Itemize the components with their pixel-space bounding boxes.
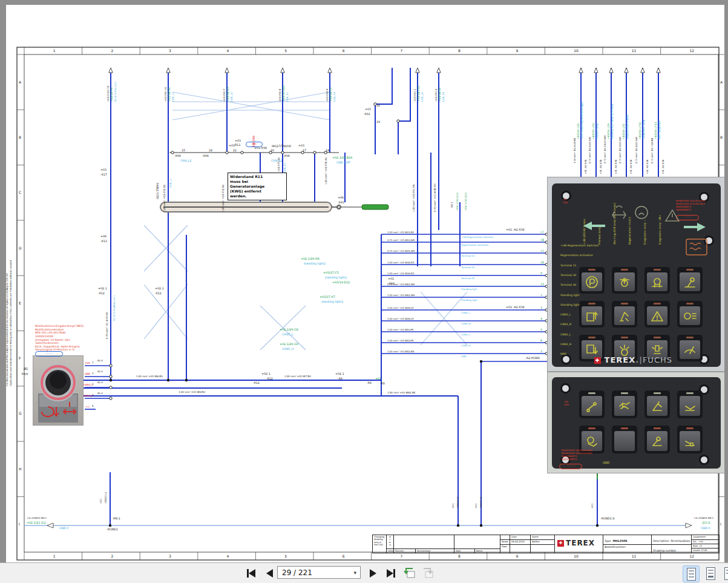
- keypad-button-blank: [612, 426, 637, 453]
- svg-text:17: 17: [303, 149, 306, 152]
- svg-text:-X13: -X13: [100, 240, 107, 243]
- svg-text:-B1:X: -B1:X: [97, 381, 103, 384]
- svg-text:1,00 mm² +01-W7,BU: 1,00 mm² +01-W7,BU: [284, 375, 311, 378]
- svg-text:A: A: [19, 80, 22, 84]
- svg-text:3: 3: [92, 383, 94, 386]
- margin-copyright-line2: Duplication and announcement to third pa…: [9, 260, 12, 386]
- svg-text:-XGND1: -XGND1: [107, 528, 118, 531]
- svg-text:+03/16.C3: +03/16.C3: [329, 87, 332, 102]
- svg-text:+03: +03: [100, 168, 107, 171]
- svg-text:5: 5: [284, 554, 287, 558]
- svg-text:6: 6: [540, 339, 542, 342]
- svg-text:GND: GND: [461, 355, 467, 358]
- terex-wordmark: TEREX: [566, 539, 595, 548]
- panel-gnd-label: GND: [603, 461, 609, 464]
- svg-text:-XGND1:b: -XGND1:b: [479, 496, 482, 509]
- svg-text:CAN3_H: CAN3_H: [461, 322, 470, 325]
- svg-text:1: 1: [540, 294, 542, 297]
- svg-text:0,75 mm² +01-W48,RD: 0,75 mm² +01-W48,RD: [433, 183, 436, 212]
- svg-text:Diagnostic lamp: Diagnostic lamp: [642, 119, 645, 139]
- svg-text:3: 3: [169, 554, 171, 558]
- svg-text:+02.1: +02.1: [261, 372, 271, 375]
- svg-text:Terminal 15: Terminal 15: [461, 254, 475, 257]
- history-back-icon[interactable]: [403, 567, 416, 579]
- svg-text:12: 12: [540, 283, 544, 286]
- tb-revision: Revision: [393, 548, 415, 553]
- tb-revisionstext: Revisionstext: [415, 548, 454, 553]
- svg-text:4: 4: [227, 554, 229, 558]
- svg-text:2: 2: [111, 554, 113, 558]
- svg-text:+02.1: +02.1: [335, 372, 344, 375]
- svg-text:-X12: -X12: [155, 292, 162, 295]
- next-page-button[interactable]: [365, 565, 381, 580]
- svg-text:+UB Diode keyboard backlight: +UB Diode keyboard backlight: [580, 102, 583, 139]
- svg-text:GND:0: GND:0: [59, 527, 69, 530]
- page-number-box[interactable]: 29 / 221 ▾: [277, 566, 361, 579]
- first-page-button[interactable]: [243, 565, 259, 580]
- tb-changing: Changing drawing only in the CAD: [373, 535, 386, 553]
- view-facing-pages-icon[interactable]: [703, 565, 718, 581]
- svg-text:I: I: [19, 522, 20, 526]
- svg-text:+04.1/18.LC12: +04.1/18.LC12: [456, 192, 459, 211]
- tb-type-value: MHL350E: [612, 539, 627, 542]
- svg-text:+01 -A2:X38: +01 -A2:X38: [599, 159, 602, 174]
- svg-text:1,00 mm² +01-W04,PK: 1,00 mm² +01-W04,PK: [387, 328, 414, 331]
- tb-gepr: Gepr.: [500, 544, 510, 553]
- last-page-button[interactable]: [383, 565, 399, 580]
- svg-text:E: E: [19, 301, 21, 305]
- svg-text:7: 7: [400, 48, 402, 53]
- svg-text:-X84: -X84: [388, 282, 395, 285]
- svg-text:Terminal 30: Terminal 30: [461, 277, 475, 280]
- svg-text:10: 10: [574, 48, 579, 53]
- svg-text:GND_HAT: GND_HAT: [336, 161, 350, 165]
- svg-text:+03: +03: [229, 144, 235, 147]
- svg-text:4: 4: [540, 317, 542, 320]
- svg-text:10: 10: [540, 261, 544, 264]
- svg-text:-X2/1:TWH1: -X2/1:TWH1: [156, 183, 159, 200]
- panel-corner-ref: -A3 X39: [564, 400, 569, 406]
- svg-text:0,75 mm² +01-W05,WH: 0,75 mm² +01-W05,WH: [387, 249, 415, 252]
- svg-text:+03/18.G1: +03/18.G1: [168, 87, 171, 102]
- keypad-button-lever: [579, 390, 605, 418]
- svg-text:Standing light: Standing light: [461, 298, 477, 301]
- upper-keypad-photo: +UB Regeneration SwitchesRegeneration ac…: [548, 177, 725, 371]
- keypad-button-boom-down2: [677, 390, 703, 418]
- svg-text:+03-X102:10: +03-X102:10: [107, 85, 110, 102]
- svg-text:-B1:X: -B1:X: [97, 370, 103, 373]
- tb-type-label: Type: [605, 539, 611, 542]
- svg-text:CAN_L2: CAN_L2: [180, 159, 191, 163]
- dropdown-caret-icon[interactable]: ▾: [353, 567, 356, 579]
- prev-page-button[interactable]: [261, 565, 277, 580]
- svg-text:-XGND1:b: -XGND1:b: [456, 496, 459, 509]
- screw-hole: [560, 383, 571, 394]
- svg-text:0,75 mm² -B1.4/29.BK: 0,75 mm² -B1.4/29.BK: [105, 312, 108, 339]
- svg-text:-A2:XGND: -A2:XGND: [525, 357, 540, 360]
- svg-text:-X12: -X12: [253, 381, 260, 384]
- tb-name-h: Name: [530, 535, 554, 539]
- svg-text:+02.1/29.B16: +02.1/29.B16: [332, 156, 352, 159]
- svg-text:+03/14.G23: +03/14.G23: [282, 85, 285, 102]
- svg-text:+06: +06: [100, 235, 107, 238]
- svg-text:A: A: [720, 80, 723, 84]
- tb-assignment: Assignment: [691, 535, 719, 539]
- svg-text:+03/14.LD1: +03/14.LD1: [577, 123, 580, 139]
- svg-text:-X98: -X98: [283, 154, 290, 157]
- view-single-page-icon[interactable]: [683, 565, 700, 582]
- svg-text:1,00 mm² +01-W6,BU: 1,00 mm² +01-W6,BU: [136, 375, 163, 378]
- panel-part-number: Bedienfeld Optionsmodul Bedienfeld Optio…: [562, 449, 592, 461]
- svg-text:-B4:2: -B4:2: [450, 202, 453, 208]
- history-forward-icon[interactable]: [421, 567, 435, 579]
- svg-text:9: 9: [516, 48, 519, 53]
- svg-text:0,75 mm² -B1.6/23.WH: 0,75 mm² -B1.6/23.WH: [588, 137, 591, 163]
- svg-text:2: 2: [92, 372, 94, 375]
- svg-text:+01 -A2:X38: +01 -A2:X38: [506, 306, 525, 309]
- svg-text:n.c.: n.c.: [86, 405, 90, 408]
- watermark-stamp: 1R0: [246, 142, 263, 147]
- svg-text:Standing light: Standing light: [461, 288, 477, 291]
- svg-text:+03-X91:5: +03-X91:5: [435, 88, 438, 102]
- svg-text:5: 5: [284, 48, 287, 53]
- svg-text:+03/27.C5: +03/27.C5: [323, 271, 339, 274]
- svg-text:Regeneration inhibit: Regeneration inhibit: [626, 114, 629, 139]
- view-book-icon[interactable]: [721, 565, 728, 581]
- svg-text:1,50 mm² +01-W24,BK: 1,50 mm² +01-W24,BK: [387, 231, 414, 234]
